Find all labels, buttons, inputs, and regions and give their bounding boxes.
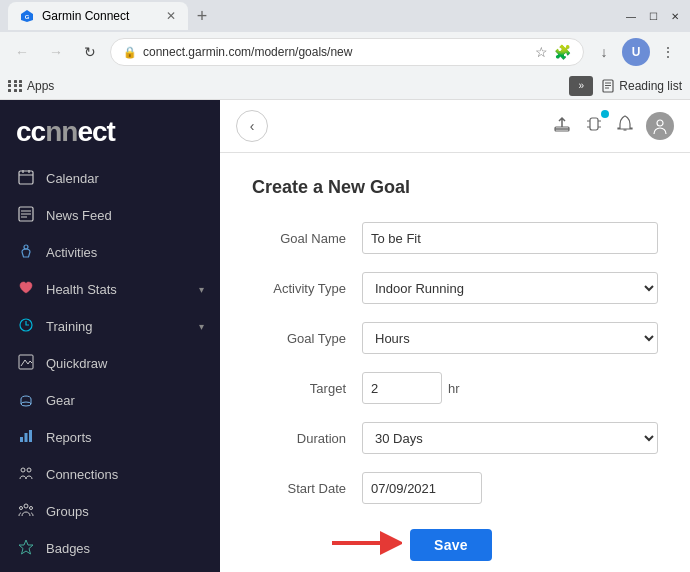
- reading-list-button[interactable]: Reading list: [601, 79, 682, 93]
- training-icon: [16, 317, 36, 336]
- start-date-row: Start Date: [252, 472, 658, 504]
- sidebar-item-news-feed[interactable]: News Feed: [0, 197, 220, 234]
- apps-label: Apps: [27, 79, 54, 93]
- address-bar-row: ← → ↻ 🔒 connect.garmin.com/modern/goals/…: [0, 32, 690, 72]
- goal-type-control: Hours Distance Activities: [362, 322, 658, 354]
- profile-icon[interactable]: U: [622, 38, 650, 66]
- reading-list-label: Reading list: [619, 79, 682, 93]
- svg-point-23: [24, 504, 28, 508]
- goal-type-select[interactable]: Hours Distance Activities: [362, 322, 658, 354]
- address-bar[interactable]: 🔒 connect.garmin.com/modern/goals/new ☆ …: [110, 38, 584, 66]
- watch-notification-badge: [601, 110, 609, 118]
- svg-rect-31: [590, 118, 598, 130]
- tab-favicon: G: [20, 9, 34, 23]
- tab-close-button[interactable]: ✕: [166, 9, 176, 23]
- arrow-container: [332, 528, 402, 561]
- target-row-inner: hr: [362, 372, 658, 404]
- back-button[interactable]: ←: [8, 38, 36, 66]
- start-date-control: [362, 472, 658, 504]
- target-control: hr: [362, 372, 658, 404]
- svg-rect-20: [29, 430, 32, 442]
- svg-point-21: [21, 468, 25, 472]
- sidebar-item-quickdraw[interactable]: Quickdraw: [0, 345, 220, 382]
- apps-grid-icon: [8, 80, 23, 92]
- sidebar-item-gear[interactable]: Gear: [0, 382, 220, 419]
- extensions-icon[interactable]: 🧩: [554, 44, 571, 60]
- browser-icons: ↓ U ⋮: [590, 38, 682, 66]
- address-text: connect.garmin.com/modern/goals/new: [143, 45, 529, 59]
- activities-icon: [16, 243, 36, 262]
- tab-title: Garmin Connect: [42, 9, 129, 23]
- sidebar-item-training[interactable]: Training ▾: [0, 308, 220, 345]
- sidebar-item-connections-label: Connections: [46, 467, 204, 482]
- start-date-input[interactable]: [362, 472, 482, 504]
- sidebar-item-groups-label: Groups: [46, 504, 204, 519]
- sidebar-item-health-stats[interactable]: Health Stats ▾: [0, 271, 220, 308]
- minimize-button[interactable]: —: [624, 9, 638, 23]
- arrow-icon: [332, 528, 402, 558]
- sidebar-item-reports-label: Reports: [46, 430, 204, 445]
- sidebar-item-personal-records[interactable]: Personal Records: [0, 567, 220, 572]
- more-bookmarks-button[interactable]: »: [569, 76, 593, 96]
- sidebar-item-training-label: Training: [46, 319, 189, 334]
- maximize-button[interactable]: ☐: [646, 9, 660, 23]
- duration-row: Duration 30 Days 60 Days 90 Days Custom: [252, 422, 658, 454]
- activity-type-label: Activity Type: [252, 281, 362, 296]
- sidebar-item-groups[interactable]: Groups: [0, 493, 220, 530]
- svg-rect-6: [19, 171, 33, 184]
- star-icon[interactable]: ☆: [535, 44, 548, 60]
- target-row: Target hr: [252, 372, 658, 404]
- duration-control: 30 Days 60 Days 90 Days Custom: [362, 422, 658, 454]
- reports-icon: [16, 428, 36, 447]
- duration-select[interactable]: 30 Days 60 Days 90 Days Custom: [362, 422, 658, 454]
- sidebar-item-badges-label: Badges: [46, 541, 204, 556]
- training-chevron: ▾: [199, 321, 204, 332]
- activity-type-row: Activity Type Indoor Running Outdoor Run…: [252, 272, 658, 304]
- refresh-button[interactable]: ↻: [76, 38, 104, 66]
- active-tab[interactable]: G Garmin Connect ✕: [8, 2, 188, 30]
- content-header: ‹: [220, 100, 690, 153]
- form-title: Create a New Goal: [252, 177, 658, 198]
- watch-icon[interactable]: [584, 114, 604, 139]
- sidebar-item-connections[interactable]: Connections: [0, 456, 220, 493]
- gear-icon: [16, 391, 36, 410]
- user-profile-icon[interactable]: [646, 112, 674, 140]
- target-label: Target: [252, 381, 362, 396]
- upload-icon[interactable]: [552, 115, 572, 138]
- menu-icon[interactable]: ⋮: [654, 38, 682, 66]
- user-avatar: U: [622, 38, 650, 66]
- sidebar-item-activities-label: Activities: [46, 245, 204, 260]
- health-stats-icon: [16, 280, 36, 299]
- sidebar-item-quickdraw-label: Quickdraw: [46, 356, 204, 371]
- main-layout: ccnnect Calendar News Feed Activities He: [0, 100, 690, 572]
- activity-type-control: Indoor Running Outdoor Running Cycling S…: [362, 272, 658, 304]
- health-stats-chevron: ▾: [199, 284, 204, 295]
- target-unit-label: hr: [448, 381, 460, 396]
- svg-point-22: [27, 468, 31, 472]
- bell-icon[interactable]: [616, 114, 634, 139]
- svg-rect-19: [25, 433, 28, 442]
- duration-label: Duration: [252, 431, 362, 446]
- sidebar-item-calendar[interactable]: Calendar: [0, 160, 220, 197]
- logo: ccnnect: [0, 100, 220, 160]
- target-input[interactable]: [362, 372, 442, 404]
- sidebar-item-reports[interactable]: Reports: [0, 419, 220, 456]
- sidebar-item-news-feed-label: News Feed: [46, 208, 204, 223]
- apps-bookmark[interactable]: Apps: [8, 79, 54, 93]
- save-button[interactable]: Save: [410, 529, 492, 561]
- forward-button[interactable]: →: [42, 38, 70, 66]
- download-icon[interactable]: ↓: [590, 38, 618, 66]
- bookmarks-bar: Apps » Reading list: [0, 72, 690, 100]
- svg-marker-26: [19, 540, 33, 554]
- calendar-icon: [16, 169, 36, 188]
- back-nav-button[interactable]: ‹: [236, 110, 268, 142]
- goal-name-input[interactable]: [362, 222, 658, 254]
- sidebar-item-activities[interactable]: Activities: [0, 234, 220, 271]
- new-tab-button[interactable]: +: [188, 2, 216, 30]
- sidebar-item-badges[interactable]: Badges: [0, 530, 220, 567]
- title-bar: G Garmin Connect ✕ + — ☐ ✕: [0, 0, 690, 32]
- close-window-button[interactable]: ✕: [668, 9, 682, 23]
- content-area: ‹ Create a Ne: [220, 100, 690, 572]
- reading-list-icon: [601, 79, 615, 93]
- activity-type-select[interactable]: Indoor Running Outdoor Running Cycling S…: [362, 272, 658, 304]
